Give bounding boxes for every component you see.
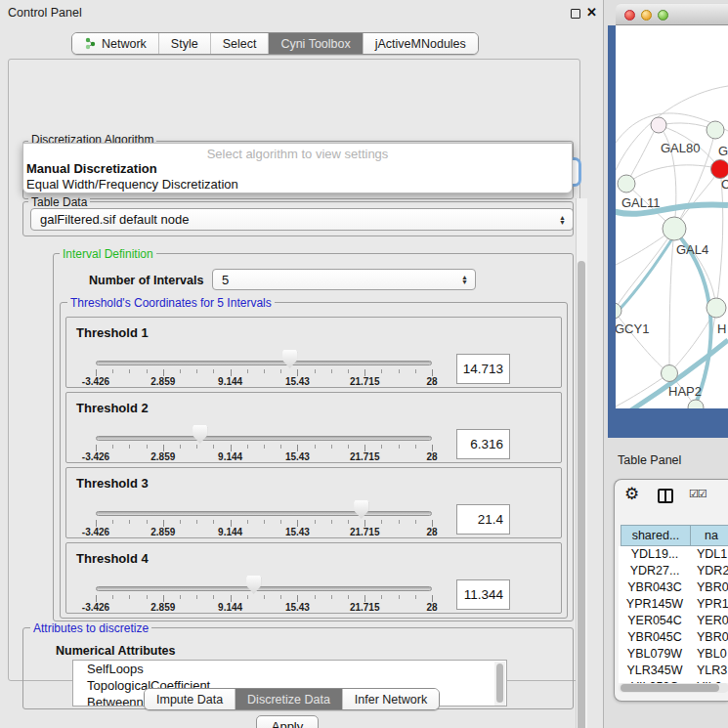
- slider-tick: [315, 369, 316, 373]
- cell-shared-name[interactable]: YDR27...: [619, 563, 691, 579]
- slider-tick: [399, 369, 400, 373]
- cell-name[interactable]: YDR2: [691, 563, 728, 579]
- gear-icon[interactable]: ⚙: [624, 484, 639, 504]
- table-row[interactable]: YDL19...YDL1: [619, 546, 728, 563]
- dropdown-option-equal-width-frequency[interactable]: Equal Width/Frequency Discretization: [26, 177, 238, 192]
- slider-tick: [348, 595, 349, 599]
- slider-tick: [196, 520, 197, 524]
- slider-tick-label: 21.715: [350, 376, 380, 387]
- spinner-arrows-icon: ▲▼: [461, 275, 468, 284]
- tab-label: Style: [171, 37, 198, 51]
- close-traffic-light-icon[interactable]: [624, 10, 635, 21]
- slider-tick-label: 9.144: [218, 602, 242, 613]
- cell-shared-name[interactable]: YLR345W: [619, 663, 691, 679]
- cell-shared-name[interactable]: YBR045C: [619, 629, 691, 646]
- settings-scrollbar-thumb[interactable]: [578, 261, 585, 728]
- dropdown-option-manual-discretization[interactable]: Manual Discretization: [26, 161, 157, 176]
- slider-tick-label: 15.43: [285, 451, 310, 462]
- slider-tick: [315, 520, 316, 524]
- cell-name[interactable]: YBL0: [691, 646, 728, 663]
- slider-tick: [213, 445, 214, 449]
- threshold-2-value-field[interactable]: 6.316: [456, 429, 510, 459]
- zoom-traffic-light-icon[interactable]: [658, 10, 668, 21]
- tab-select[interactable]: Select: [211, 33, 270, 54]
- cell-name[interactable]: YBR0: [691, 629, 728, 646]
- tab-discretize-data[interactable]: Discretize Data: [236, 689, 343, 709]
- table-row[interactable]: YDR27...YDR2: [619, 563, 728, 579]
- minimize-traffic-light-icon[interactable]: [641, 10, 652, 21]
- slider-tick: [432, 520, 433, 527]
- attributes-group-label: Attributes to discretize: [30, 621, 151, 635]
- slider-tick: [399, 520, 400, 524]
- cell-shared-name[interactable]: YBL079W: [619, 646, 691, 663]
- tab-label: Network: [102, 37, 147, 51]
- apply-button[interactable]: Apply: [256, 715, 319, 728]
- table-horizontal-scrollbar-thumb[interactable]: [621, 684, 719, 692]
- table-rows[interactable]: YDL19...YDL1YDR27...YDR2YBR043CYBR0YPR14…: [619, 546, 728, 683]
- tab-jactivemnodules[interactable]: jActiveMNodules: [364, 33, 478, 54]
- slider-tick: [213, 520, 214, 524]
- tab-infer-network[interactable]: Infer Network: [343, 689, 439, 709]
- slider-tick-label: 28: [426, 376, 437, 387]
- tab-network[interactable]: Network: [72, 33, 159, 54]
- slider-tick: [247, 595, 248, 599]
- table-row[interactable]: YBR045CYBR0: [619, 629, 728, 646]
- float-window-icon[interactable]: [571, 9, 580, 19]
- table-row[interactable]: YPR145WYPR1: [619, 596, 728, 613]
- column-layout-icon[interactable]: [658, 489, 673, 503]
- cell-shared-name[interactable]: YPR145W: [619, 596, 691, 613]
- label-partial-top: GA: [718, 144, 728, 158]
- tab-impute-data[interactable]: Impute Data: [145, 689, 236, 709]
- list-scrollbar[interactable]: [494, 662, 505, 707]
- slider-tick: [231, 445, 232, 451]
- slider-tick: [231, 369, 232, 376]
- slider-tick: [381, 520, 382, 524]
- number-of-intervals-combobox[interactable]: 5 ▲▼: [212, 269, 476, 290]
- slider-tick: [196, 369, 197, 373]
- close-icon[interactable]: ✕: [586, 5, 597, 20]
- table-row[interactable]: YLR345WYLR3: [619, 663, 728, 679]
- select-columns-icon[interactable]: ☑☑: [689, 488, 707, 500]
- table-row[interactable]: YER054CYER0: [619, 613, 728, 629]
- slider-tick: [415, 520, 416, 524]
- list-scrollbar-thumb[interactable]: [496, 664, 503, 703]
- slider-tick: [112, 369, 113, 373]
- cell-name[interactable]: YLR3: [691, 663, 728, 679]
- threshold-3-value-field[interactable]: 21.4: [456, 504, 510, 535]
- slider-tick: [147, 445, 148, 449]
- slider-tick-label: 28: [426, 602, 437, 613]
- attribute-list-item[interactable]: SelfLoops: [73, 661, 506, 677]
- slider-tick: [180, 369, 181, 373]
- cell-name[interactable]: YPR1: [691, 596, 728, 613]
- cell-shared-name[interactable]: YER054C: [619, 613, 691, 629]
- network-window-titlebar[interactable]: [616, 3, 728, 25]
- threshold-1-value-field[interactable]: 14.713: [456, 354, 510, 384]
- cell-name[interactable]: YDL1: [691, 546, 728, 563]
- slider-tick: [280, 369, 281, 373]
- node-gal80: [651, 117, 666, 133]
- slider-tick: [163, 445, 164, 451]
- cell-name[interactable]: YBR0: [691, 579, 728, 596]
- slider-tick: [364, 520, 365, 527]
- tab-style[interactable]: Style: [159, 33, 211, 54]
- table-row[interactable]: YBR043CYBR0: [619, 579, 728, 596]
- slider-tick-label: 15.43: [285, 527, 310, 537]
- network-canvas[interactable]: GAL80 GA C GAL11 GAL4 GCY1 H HAP2: [616, 25, 728, 408]
- cell-name[interactable]: YER0: [691, 613, 728, 629]
- cell-shared-name[interactable]: YDL19...: [619, 546, 691, 563]
- column-header-shared-name[interactable]: shared...: [621, 525, 691, 546]
- slider-tick-label: 2.859: [150, 451, 175, 462]
- slider-tick: [331, 520, 332, 524]
- table-data-combobox[interactable]: galFiltered.sif default node ▲▼: [30, 208, 574, 231]
- column-header-name[interactable]: na: [690, 525, 728, 546]
- cell-shared-name[interactable]: YBR043C: [619, 579, 691, 596]
- threshold-4-value-field[interactable]: 11.344: [456, 579, 510, 610]
- table-horizontal-scrollbar[interactable]: [619, 683, 728, 693]
- slider-tick: [432, 595, 433, 602]
- slider-tick-label: 2.859: [150, 527, 175, 537]
- label-partial-low: H: [717, 321, 726, 336]
- tab-cyni-toolbox[interactable]: Cyni Toolbox: [269, 33, 363, 54]
- slider-tick: [399, 445, 400, 449]
- table-row[interactable]: YBL079WYBL0: [619, 646, 728, 663]
- tab-label: jActiveMNodules: [375, 37, 466, 51]
